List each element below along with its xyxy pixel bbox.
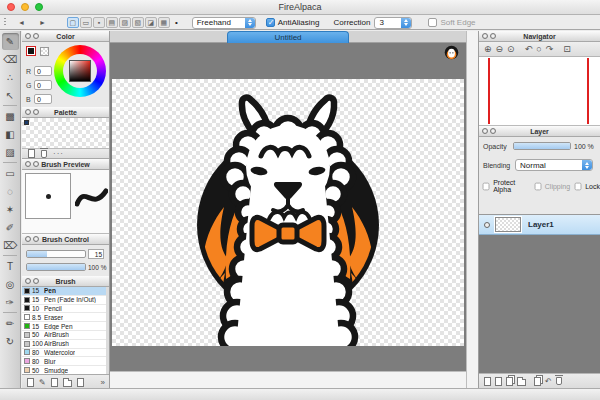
brush-opacity-slider[interactable]: [26, 263, 86, 271]
duplicate-layer-icon[interactable]: [506, 377, 513, 386]
merge-layer-icon[interactable]: [534, 377, 541, 386]
save-brush-icon[interactable]: [51, 378, 58, 387]
snap-crisscross-icon[interactable]: ▪: [93, 17, 105, 28]
brush-more-icon[interactable]: »: [101, 378, 105, 387]
correction-stepper[interactable]: 3: [374, 17, 412, 29]
brush-item[interactable]: 15 Edge Pen: [22, 322, 109, 331]
snap-curve-icon[interactable]: ◪: [145, 17, 157, 28]
layer-visibility-icon[interactable]: [484, 222, 490, 228]
brush-size-value[interactable]: 15: [88, 249, 104, 259]
panel-menu-button[interactable]: [33, 33, 39, 39]
fit-window-button[interactable]: ⊡: [563, 44, 571, 54]
eyedropper-tool[interactable]: ✑: [2, 294, 19, 311]
brush-item[interactable]: 15 Pen (Fade In/Out): [22, 296, 109, 305]
zoom-in-button[interactable]: ⊕: [484, 44, 492, 54]
brush-size-slider[interactable]: [26, 250, 86, 258]
blue-value-field[interactable]: 0: [34, 94, 52, 104]
snap-point-icon[interactable]: •: [175, 18, 178, 27]
rotate-reset-button[interactable]: ○: [536, 44, 541, 54]
panel-collapse-button[interactable]: [25, 109, 31, 115]
snap-off-icon[interactable]: ▢: [67, 17, 79, 28]
snap-settings-icon[interactable]: ▦: [158, 17, 170, 28]
brush-mode-select[interactable]: Freehand: [192, 17, 256, 29]
bucket-tool[interactable]: ▩: [2, 108, 19, 125]
select-rect-tool[interactable]: ▭: [2, 165, 19, 182]
add-layer-icon[interactable]: [484, 377, 491, 386]
brush-item[interactable]: 50 Smudge: [22, 366, 109, 375]
select-stepper-icon[interactable]: [245, 18, 255, 28]
foreground-color-swatch[interactable]: [26, 46, 36, 56]
eraser-tool[interactable]: ⌫: [2, 51, 19, 68]
panel-collapse-button[interactable]: [25, 236, 31, 242]
rotate-cw-button[interactable]: ↷: [546, 44, 554, 54]
snap-radial-icon[interactable]: ▨: [119, 17, 131, 28]
panel-collapse-button[interactable]: [482, 33, 488, 39]
panel-collapse-button[interactable]: [482, 128, 488, 134]
brush-list-scrollbar[interactable]: [106, 287, 109, 374]
clipping-checkbox[interactable]: [534, 182, 541, 190]
blending-stepper-icon[interactable]: [582, 160, 592, 170]
gradient-tool[interactable]: ◧: [2, 126, 19, 143]
canvas-document[interactable]: [112, 79, 464, 346]
snap-vanishing-icon[interactable]: ▤: [106, 17, 118, 28]
add-brush-icon[interactable]: [27, 378, 34, 387]
pattern-fill-tool[interactable]: ▨: [2, 144, 19, 161]
brush-item[interactable]: 80 Blur: [22, 357, 109, 366]
text-tool[interactable]: T: [2, 258, 19, 275]
panel-collapse-button[interactable]: [25, 161, 31, 167]
brush-tool[interactable]: ✎: [2, 33, 19, 50]
delete-layer-icon[interactable]: [556, 377, 562, 385]
lasso-tool[interactable]: ◌: [2, 183, 19, 200]
add-palette-color-icon[interactable]: [28, 149, 35, 158]
panel-collapse-button[interactable]: [25, 278, 31, 284]
panel-menu-button[interactable]: [33, 278, 39, 284]
select-eraser-tool[interactable]: ⌦: [2, 237, 19, 254]
pan-tool[interactable]: ✏: [2, 315, 19, 332]
panel-menu-button[interactable]: [33, 236, 39, 242]
rotate-tool[interactable]: ↻: [2, 333, 19, 350]
zoom-reset-button[interactable]: ⊙: [507, 44, 515, 54]
protect-alpha-checkbox[interactable]: [483, 182, 490, 190]
layer-folder-icon[interactable]: [517, 379, 526, 386]
move-tool[interactable]: ↖: [2, 87, 19, 104]
brush-item[interactable]: 15 Pen: [22, 287, 109, 296]
antialiasing-checkbox[interactable]: [266, 18, 275, 27]
zoom-out-button[interactable]: ⊖: [496, 44, 504, 54]
edit-brush-icon[interactable]: ✎: [39, 378, 46, 387]
brush-item[interactable]: 10 Pencil: [22, 305, 109, 314]
brush-script-icon[interactable]: [77, 378, 84, 387]
correction-stepper-icon[interactable]: [401, 18, 411, 28]
canvas-viewport[interactable]: [110, 43, 466, 371]
brush-folder-icon[interactable]: [63, 380, 72, 387]
zoom-tool[interactable]: ◎: [2, 276, 19, 293]
panel-menu-button[interactable]: [33, 161, 39, 167]
canvas-vertical-scrollbar[interactable]: [466, 31, 478, 388]
panel-collapse-button[interactable]: [25, 33, 31, 39]
brush-item[interactable]: 100 AirBrush: [22, 340, 109, 349]
rotate-ccw-button[interactable]: ↶: [525, 44, 533, 54]
saturation-value-square[interactable]: [69, 60, 91, 82]
transfer-layer-icon[interactable]: ↶: [545, 377, 552, 386]
snap-parallel-icon[interactable]: ▭: [80, 17, 92, 28]
delete-palette-color-icon[interactable]: [41, 150, 47, 158]
palette-grid[interactable]: [22, 118, 109, 148]
green-value-field[interactable]: 0: [34, 80, 52, 90]
undo-arrow-icon[interactable]: ◄: [18, 19, 25, 26]
red-value-field[interactable]: 0: [34, 66, 52, 76]
layer-row[interactable]: Layer1: [479, 215, 600, 235]
panel-menu-button[interactable]: [490, 33, 496, 39]
palette-swatch[interactable]: [24, 120, 29, 125]
dot-tool[interactable]: ∴: [2, 69, 19, 86]
brush-item[interactable]: 80 Watercolor: [22, 349, 109, 358]
canvas-horizontal-scrollbar[interactable]: [110, 371, 466, 388]
soft-edge-checkbox[interactable]: [428, 18, 437, 27]
panel-menu-button[interactable]: [33, 109, 39, 115]
layer-opacity-slider[interactable]: [513, 142, 571, 150]
brush-item[interactable]: 8.5 Eraser: [22, 313, 109, 322]
magic-wand-tool[interactable]: ✶: [2, 201, 19, 218]
panel-menu-button[interactable]: [490, 128, 496, 134]
palette-more-icon[interactable]: ···: [53, 149, 64, 158]
brush-item[interactable]: 50 AirBrush: [22, 331, 109, 340]
toolbar-drag-handle[interactable]: [4, 18, 6, 27]
snap-ellipse-icon[interactable]: ▧: [132, 17, 144, 28]
